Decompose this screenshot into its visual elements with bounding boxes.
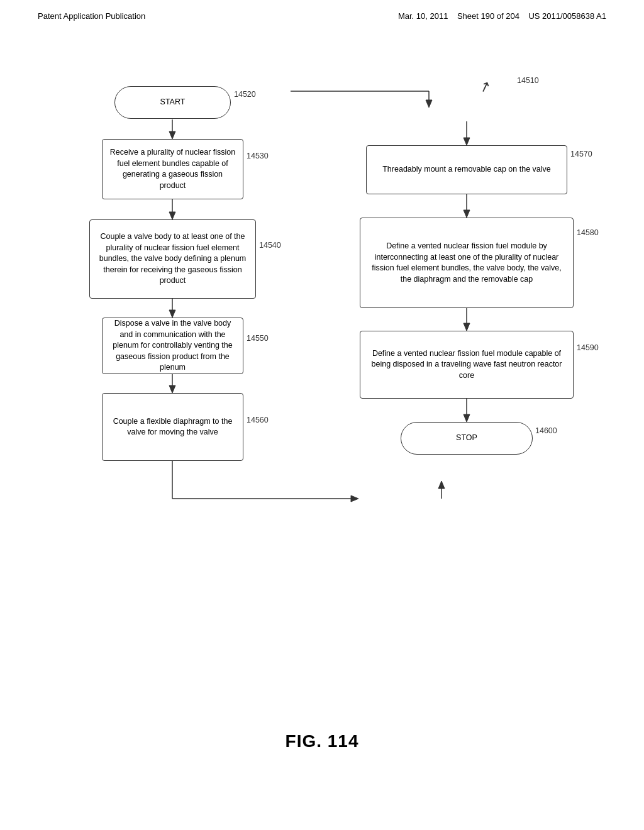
svg-marker-10 <box>351 495 358 502</box>
node-14520-text: START <box>160 97 186 108</box>
fig-caption: FIG. 114 <box>0 731 644 751</box>
label-14530: 14530 <box>247 152 269 160</box>
svg-marker-12 <box>438 481 445 489</box>
label-14560: 14560 <box>247 416 269 424</box>
label-14550: 14550 <box>247 334 269 343</box>
label-14600: 14600 <box>535 426 557 435</box>
svg-marker-1 <box>169 131 175 139</box>
node-14580: Define a vented nuclear fission fuel mod… <box>360 218 574 308</box>
svg-marker-7 <box>169 385 175 393</box>
svg-marker-18 <box>464 323 470 331</box>
squiggle-14510: ↗ <box>477 77 493 97</box>
svg-marker-3 <box>169 212 175 219</box>
node-14570-text: Threadably mount a removable cap on the … <box>382 164 551 175</box>
node-14560-text: Couple a flexible diaphragm to the valve… <box>109 416 236 438</box>
label-14520: 14520 <box>234 90 256 99</box>
header: Patent Application Publication Mar. 10, … <box>0 0 644 21</box>
svg-marker-14 <box>464 138 470 145</box>
node-14550: Dispose a valve in the valve body and in… <box>102 318 243 374</box>
node-14530-text: Receive a plurality of nuclear fission f… <box>109 147 236 191</box>
label-14510: 14510 <box>517 76 539 85</box>
label-14570: 14570 <box>570 150 592 158</box>
node-14530: Receive a plurality of nuclear fission f… <box>102 139 243 199</box>
node-14520: START <box>114 86 231 119</box>
node-14550-text: Dispose a valve in the valve body and in… <box>109 318 236 374</box>
node-14590: Define a vented nuclear fission fuel mod… <box>360 331 574 399</box>
node-14540-text: Couple a valve body to at least one of t… <box>96 231 249 287</box>
header-left: Patent Application Publication <box>38 11 145 21</box>
label-14540: 14540 <box>259 241 281 250</box>
node-14600-text: STOP <box>456 433 477 444</box>
node-14560: Couple a flexible diaphragm to the valve… <box>102 393 243 461</box>
label-14590: 14590 <box>577 343 599 352</box>
diagram-area: START 14520 Receive a plurality of nucle… <box>52 58 592 719</box>
node-14600: STOP <box>401 422 533 455</box>
node-14570: Threadably mount a removable cap on the … <box>366 145 567 194</box>
svg-marker-20 <box>464 414 470 422</box>
node-14540: Couple a valve body to at least one of t… <box>89 219 256 299</box>
header-center: Mar. 10, 2011 Sheet 190 of 204 US 2011/0… <box>398 11 606 21</box>
node-14590-text: Define a vented nuclear fission fuel mod… <box>367 348 567 382</box>
svg-marker-16 <box>464 210 470 218</box>
node-14580-text: Define a vented nuclear fission fuel mod… <box>367 241 567 285</box>
svg-marker-23 <box>426 100 432 108</box>
label-14580: 14580 <box>577 228 599 237</box>
svg-marker-5 <box>169 310 175 318</box>
